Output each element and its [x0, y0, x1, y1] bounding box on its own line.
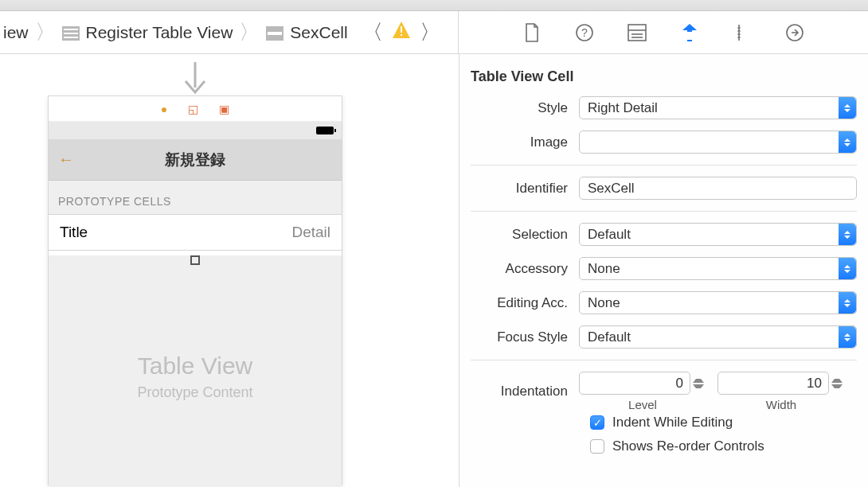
chevron-updown-icon	[839, 258, 856, 279]
nav-back-button[interactable]: 〈	[359, 18, 386, 46]
shows-reorder-label: Shows Re-order Controls	[612, 438, 764, 454]
style-label: Style	[459, 100, 579, 116]
accessory-select[interactable]: None	[579, 257, 857, 280]
chevron-updown-icon	[839, 326, 856, 348]
indent-while-editing-label: Indent While Editing	[612, 415, 733, 431]
help-inspector-tab[interactable]: ?	[574, 22, 595, 43]
placeholder-subtitle: Prototype Content	[137, 384, 252, 401]
nav-title: 新規登録	[165, 150, 225, 170]
placeholder-title: Table View	[138, 353, 253, 380]
svg-rect-3	[64, 37, 78, 38]
focus-style-label: Focus Style	[459, 329, 579, 345]
breadcrumb-item-0[interactable]: iew	[0, 23, 32, 42]
resize-handle[interactable]	[190, 255, 200, 265]
image-select[interactable]	[579, 131, 857, 154]
divider	[471, 211, 857, 212]
cell-icon	[266, 25, 283, 40]
attributes-inspector: Table View Cell Style Right Detail Image…	[459, 54, 868, 487]
width-sublabel: Width	[717, 398, 845, 411]
svg-rect-7	[401, 26, 402, 33]
breadcrumb-item-1[interactable]: Register Table View	[59, 23, 237, 42]
exit-icon[interactable]: ▣	[219, 103, 229, 115]
editing-acc-label: Editing Acc.	[459, 295, 579, 311]
nav-forward-button[interactable]: 〉	[416, 18, 444, 46]
attributes-inspector-tab[interactable]	[679, 22, 700, 43]
indent-while-editing-checkbox[interactable]: ✓	[590, 415, 604, 430]
window-titlebar	[0, 0, 868, 11]
accessory-label: Accessory	[459, 261, 579, 277]
table-view-placeholder: Table View Prototype Content	[49, 265, 342, 487]
circle-icon[interactable]: ●	[161, 103, 167, 115]
svg-rect-1	[64, 29, 78, 30]
chevron-updown-icon	[839, 131, 856, 153]
identifier-field[interactable]: SexCell	[579, 177, 857, 200]
svg-rect-5	[268, 32, 282, 35]
chevron-updown-icon	[839, 292, 856, 314]
status-bar	[49, 122, 342, 139]
indentation-width-field[interactable]: 10	[717, 372, 829, 395]
breadcrumb-label: SexCell	[290, 23, 347, 42]
nav-arrows: 〈 〉	[359, 18, 444, 46]
image-label: Image	[459, 134, 579, 150]
stepper-icon[interactable]	[831, 372, 843, 394]
divider	[471, 360, 857, 360]
selection-label: Selection	[459, 227, 579, 243]
stepper-icon[interactable]	[693, 372, 704, 394]
chevron-right-icon: 〉	[32, 18, 59, 46]
chevron-updown-icon	[839, 97, 856, 119]
level-sublabel: Level	[579, 398, 706, 411]
chevron-updown-icon	[839, 224, 856, 245]
cube-icon[interactable]: ◱	[188, 103, 198, 115]
size-inspector-tab[interactable]	[732, 22, 753, 43]
inspector-tabs: ?	[459, 11, 868, 54]
shows-reorder-checkbox[interactable]	[590, 439, 604, 454]
chevron-right-icon: 〉	[236, 18, 263, 46]
svg-text:?: ?	[581, 26, 588, 39]
back-arrow-icon[interactable]: ←	[58, 150, 74, 169]
editing-acc-select[interactable]: None	[579, 291, 857, 314]
svg-rect-8	[401, 34, 402, 36]
svg-rect-2	[64, 33, 78, 34]
table-view-icon	[62, 25, 80, 40]
battery-icon	[316, 127, 334, 134]
indentation-level-field[interactable]: 0	[579, 372, 690, 395]
connections-inspector-tab[interactable]	[784, 22, 805, 43]
warning-icon[interactable]	[391, 20, 412, 45]
segue-arrow-icon	[179, 62, 211, 97]
selection-select[interactable]: Default	[579, 223, 857, 246]
focus-style-select[interactable]: Default	[579, 325, 857, 349]
breadcrumb-label: Register Table View	[86, 23, 233, 42]
breadcrumb: iew 〉 Register Table View 〉 SexCell 〈 〉	[0, 11, 459, 54]
navigation-bar[interactable]: ← 新規登録	[49, 139, 342, 181]
prototype-cell[interactable]: Title Detail	[49, 214, 342, 251]
cell-title-label: Title	[60, 224, 88, 241]
style-select[interactable]: Right Detail	[579, 96, 857, 119]
breadcrumb-label: iew	[3, 23, 29, 42]
identity-inspector-tab[interactable]	[627, 22, 647, 43]
inspector-section-title: Table View Cell	[459, 54, 857, 96]
identifier-label: Identifier	[459, 181, 579, 197]
section-header-label: PROTOTYPE CELLS	[49, 181, 342, 214]
svg-rect-12	[628, 25, 646, 41]
file-inspector-tab[interactable]	[522, 22, 542, 43]
scene-phone-preview[interactable]: ● ◱ ▣ ← 新規登録 PROTOTYPE CELLS Title Detai…	[48, 95, 342, 485]
interface-builder-canvas[interactable]: ● ◱ ▣ ← 新規登録 PROTOTYPE CELLS Title Detai…	[0, 54, 459, 487]
indentation-label: Indentation	[459, 384, 579, 399]
cell-detail-label: Detail	[291, 224, 330, 241]
scene-toolbar: ● ◱ ▣	[49, 96, 342, 122]
svg-rect-16	[686, 32, 693, 40]
breadcrumb-item-2[interactable]: SexCell	[263, 23, 350, 42]
divider	[471, 165, 857, 166]
